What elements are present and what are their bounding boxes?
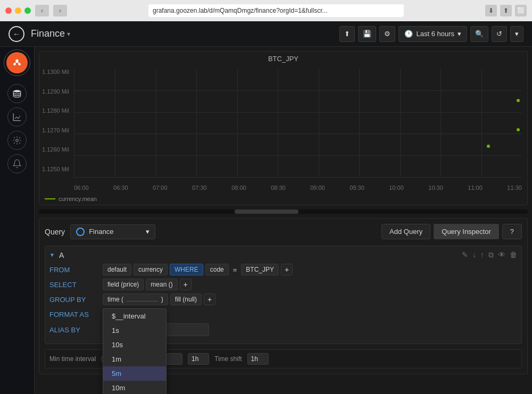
move-down-icon[interactable]: ↓ bbox=[472, 250, 476, 259]
query-id-label: A bbox=[59, 251, 64, 259]
y-label-2: 1.1290 Mil bbox=[42, 88, 69, 95]
address-bar[interactable]: grafana.goozen.lab/d/mQamqDmgz/finance?o… bbox=[148, 4, 404, 17]
where-tag[interactable]: WHERE bbox=[170, 264, 203, 275]
dashboard-title: Finance ▾ bbox=[31, 28, 70, 39]
search-button[interactable]: 🔍 bbox=[470, 26, 488, 42]
svg-line-3 bbox=[14, 62, 17, 63]
help-button[interactable]: ? bbox=[502, 224, 522, 239]
y-axis-labels: 1.1300 Mil 1.1290 Mil 1.1280 Mil 1.1270 … bbox=[39, 66, 69, 172]
svg-point-2 bbox=[18, 63, 21, 65]
datasource-selector[interactable]: Finance ▾ bbox=[70, 224, 155, 239]
interval-dropdown[interactable]: $__interval 1s 10s 1m 5m 10m 15m 1h bbox=[103, 308, 167, 394]
min-time-label: Min time interval bbox=[49, 355, 96, 363]
x-axis-labels: 06:00 06:30 07:00 07:30 08:00 08:30 09:0… bbox=[74, 185, 522, 191]
sidebar-item-alerts[interactable] bbox=[7, 154, 27, 173]
edit-query-icon[interactable]: ✎ bbox=[462, 250, 468, 259]
dropdown-item-10s[interactable]: 10s bbox=[103, 338, 166, 352]
from-label: FROM bbox=[49, 266, 103, 274]
maximize-button[interactable] bbox=[24, 7, 31, 14]
back-nav-button[interactable]: ‹ bbox=[35, 5, 49, 16]
close-button[interactable] bbox=[5, 7, 12, 14]
legend-label: currency.mean bbox=[59, 196, 97, 202]
add-where-button[interactable]: + bbox=[281, 264, 293, 275]
chart-scrollbar[interactable] bbox=[39, 209, 528, 214]
save-icon: 💾 bbox=[363, 30, 371, 38]
search-icon: 🔍 bbox=[475, 30, 484, 38]
from-default-tag[interactable]: default bbox=[103, 264, 131, 275]
select-field-tag[interactable]: field (price) bbox=[103, 279, 144, 290]
more-button[interactable]: ▾ bbox=[510, 26, 523, 42]
share-icon: ⬆ bbox=[344, 30, 350, 38]
where-value-tag[interactable]: BTC_JPY bbox=[241, 264, 279, 275]
y-label-6: 1.1250 Mil bbox=[42, 166, 69, 172]
browser-chrome: ‹ › grafana.goozen.lab/d/mQamqDmgz/finan… bbox=[0, 0, 532, 21]
from-currency-tag[interactable]: currency bbox=[134, 264, 168, 275]
x-label: 11:00 bbox=[468, 185, 483, 191]
add-select-button[interactable]: + bbox=[180, 279, 192, 290]
duplicate-icon[interactable]: ⧉ bbox=[488, 250, 494, 259]
chevron-down-icon: ▾ bbox=[515, 30, 519, 38]
add-query-button[interactable]: Add Query bbox=[381, 224, 430, 239]
dropdown-item-1m[interactable]: 1m bbox=[103, 352, 166, 366]
query-header: Query Finance ▾ Add Query Query Inspecto… bbox=[45, 224, 522, 239]
x-label: 08:00 bbox=[231, 185, 246, 191]
time-shift-input[interactable] bbox=[247, 353, 269, 365]
refresh-icon: ↺ bbox=[496, 30, 502, 38]
delete-icon[interactable]: 🗑 bbox=[510, 250, 517, 259]
time-range-input[interactable] bbox=[188, 353, 209, 365]
collapse-icon[interactable]: ▼ bbox=[49, 252, 55, 258]
gear-icon: ⚙ bbox=[384, 30, 390, 38]
datasource-name: Finance bbox=[89, 228, 113, 236]
groupby-row: GROUP BY time ( ) fill (null) + bbox=[49, 294, 517, 305]
back-dashboard-button[interactable]: ← bbox=[9, 26, 24, 42]
where-field-tag[interactable]: code bbox=[205, 264, 229, 275]
share-button[interactable]: ⬆ bbox=[339, 26, 355, 42]
groupby-fill-tag[interactable]: fill (null) bbox=[170, 294, 202, 305]
from-row: FROM default currency WHERE code = BTC_J… bbox=[49, 264, 517, 275]
save-button[interactable]: 💾 bbox=[358, 26, 376, 42]
add-groupby-button[interactable]: + bbox=[204, 294, 215, 305]
minimize-button[interactable] bbox=[15, 7, 21, 14]
dropdown-item-interval[interactable]: $__interval bbox=[103, 309, 166, 323]
data-point bbox=[487, 145, 490, 148]
eye-icon[interactable]: 👁 bbox=[498, 250, 505, 259]
y-label-3: 1.1280 Mil bbox=[42, 107, 69, 114]
refresh-button[interactable]: ↺ bbox=[492, 26, 507, 42]
grafana-logo[interactable] bbox=[6, 52, 28, 73]
share-browser-icon[interactable]: ⬆ bbox=[500, 5, 512, 16]
dropdown-item-10m[interactable]: 10m bbox=[103, 381, 166, 394]
sidebar-item-settings[interactable] bbox=[7, 131, 27, 150]
query-a-header: ▼ A ✎ ↓ ↑ ⧉ 👁 🗑 bbox=[49, 250, 517, 259]
settings-button[interactable]: ⚙ bbox=[379, 26, 395, 42]
move-up-icon[interactable]: ↑ bbox=[480, 250, 484, 259]
groupby-time-tag[interactable]: time ( ) bbox=[103, 294, 168, 305]
sidebar-item-charts[interactable] bbox=[7, 107, 27, 127]
format-row: FORMAT AS Time $__interval 1s 10s 1m 5m … bbox=[49, 308, 517, 320]
svg-point-0 bbox=[15, 60, 19, 63]
groupby-content: time ( ) fill (null) + bbox=[103, 294, 215, 305]
query-label: Query bbox=[45, 228, 65, 236]
window-icon[interactable]: ⬜ bbox=[515, 5, 527, 16]
y-label-5: 1.1260 Mil bbox=[42, 146, 69, 153]
groupby-label: GROUP BY bbox=[49, 296, 103, 304]
dropdown-item-5m[interactable]: 5m bbox=[103, 366, 166, 381]
select-fn-tag[interactable]: mean () bbox=[146, 279, 177, 290]
dropdown-item-1s[interactable]: 1s bbox=[103, 323, 166, 338]
forward-nav-button[interactable]: › bbox=[53, 5, 67, 16]
format-label: FORMAT AS bbox=[49, 311, 103, 318]
sidebar-item-datasource[interactable] bbox=[7, 84, 27, 103]
sidebar bbox=[0, 47, 35, 394]
chart-area: 1.1300 Mil 1.1290 Mil 1.1280 Mil 1.1270 … bbox=[39, 66, 527, 194]
top-bar: ← Finance ▾ ⬆ 💾 ⚙ 🕐 Last 6 hours ▾ 🔍 ↺ ▾ bbox=[0, 21, 532, 47]
dropdown-arrow-icon[interactable]: ▾ bbox=[67, 30, 70, 38]
traffic-lights bbox=[5, 7, 31, 14]
content-area: BTC_JPY 1.1300 Mil 1.1290 Mil 1.1280 Mil… bbox=[35, 47, 532, 394]
time-range-button[interactable]: 🕐 Last 6 hours ▾ bbox=[398, 26, 467, 42]
download-icon[interactable]: ⬇ bbox=[485, 5, 497, 16]
scrollbar-handle[interactable] bbox=[235, 209, 298, 214]
time-range-label: Last 6 hours bbox=[416, 30, 454, 38]
query-inspector-button[interactable]: Query Inspector bbox=[434, 224, 499, 239]
data-point bbox=[517, 99, 520, 102]
chart-title: BTC_JPY bbox=[39, 52, 527, 66]
legend-color-indicator bbox=[45, 198, 55, 199]
